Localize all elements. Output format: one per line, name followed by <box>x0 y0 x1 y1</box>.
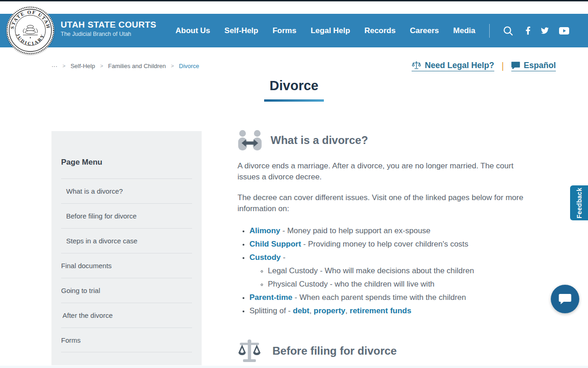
utility-links: Need Legal Help? | Español <box>412 61 556 71</box>
twitter-icon[interactable] <box>540 27 549 34</box>
sidebar-item-final-documents[interactable]: Final documents <box>61 253 192 278</box>
title-underline <box>264 99 324 102</box>
chat-launcher-button[interactable] <box>551 285 579 313</box>
breadcrumb-item[interactable]: Families and Children <box>108 63 166 69</box>
section-before-filing: Before filing for divorce <box>237 339 528 363</box>
list-text: Physical Custody - who the children will… <box>268 280 435 288</box>
page-menu-list: What is a divorce?Before filing for divo… <box>61 178 192 352</box>
nav-item-legal-help[interactable]: Legal Help <box>311 26 350 35</box>
utah-courts-page: About UsSelf-HelpFormsLegal HelpRecordsC… <box>0 0 588 368</box>
list-text: - <box>281 253 285 262</box>
list-item: Legal Custody - Who will make decisions … <box>268 264 528 277</box>
inline-link[interactable]: Parent-time <box>249 293 293 302</box>
sidebar-item-forms[interactable]: Forms <box>61 328 192 352</box>
bottom-strip <box>0 366 588 368</box>
sidebar-item-before-filing-for-divorce[interactable]: Before filing for divorce <box>61 203 192 228</box>
sidebar-item-going-to-trial[interactable]: Going to trial <box>61 278 192 303</box>
page-menu-sidebar: Page Menu What is a divorce?Before filin… <box>51 131 202 365</box>
scales-icon <box>237 339 261 363</box>
sidebar-item-after-the-divorce[interactable]: After the divorce <box>61 303 192 328</box>
espanol-link[interactable]: Español <box>511 61 556 71</box>
breadcrumb-item[interactable]: Self-Help <box>70 63 95 69</box>
section1-heading: What is a divorce? <box>271 134 368 147</box>
list-item: Custody -Legal Custody - Who will make d… <box>249 251 528 291</box>
feedback-label: Feedback <box>576 188 583 218</box>
nav-item-records[interactable]: Records <box>364 26 396 35</box>
paragraph: The decree can cover different issues. V… <box>237 192 528 214</box>
custody-sublist: Legal Custody - Who will make decisions … <box>249 264 528 291</box>
list-item: Parent-time - When each parent spends ti… <box>249 291 528 304</box>
speech-bubble-icon <box>511 62 520 69</box>
divorce-people-icon <box>237 130 262 151</box>
chat-bubble-icon <box>559 293 571 305</box>
list-item: Child Support - Providing money to help … <box>249 237 528 251</box>
breadcrumb-ellipsis[interactable]: ··· <box>51 63 57 69</box>
main-content: What is a divorce? A divorce ends a marr… <box>237 130 528 368</box>
nav-item-about-us[interactable]: About Us <box>175 26 210 35</box>
list-item: Splitting of - debt, property, retiremen… <box>249 304 528 317</box>
sidebar-item-what-is-a-divorce[interactable]: What is a divorce? <box>61 178 192 203</box>
section2-heading: Before filing for divorce <box>272 345 397 357</box>
need-legal-help-label: Need Legal Help? <box>425 61 494 70</box>
nav-item-media[interactable]: Media <box>453 26 475 35</box>
espanol-label: Español <box>524 61 556 70</box>
chevron-right-icon: > <box>100 63 103 69</box>
nav-item-self-help[interactable]: Self-Help <box>225 26 259 35</box>
inline-link[interactable]: debt <box>293 306 310 315</box>
inline-link[interactable]: Custody <box>249 253 281 262</box>
list-text: - Providing money to help cover children… <box>301 240 468 248</box>
section-what-is-divorce: What is a divorce? <box>237 130 528 151</box>
search-icon[interactable] <box>503 25 514 36</box>
page-menu-heading: Page Menu <box>61 158 192 167</box>
inline-link[interactable]: retirement funds <box>350 306 411 315</box>
utah-judiciary-seal[interactable]: STATE OF UTAH JUDICIARY <box>6 6 54 54</box>
nav-item-careers[interactable]: Careers <box>410 26 439 35</box>
brand-title: UTAH STATE COURTS <box>61 20 156 30</box>
breadcrumb-current[interactable]: Divorce <box>179 63 199 69</box>
need-legal-help-link[interactable]: Need Legal Help? <box>412 61 494 71</box>
chevron-right-icon: > <box>171 63 174 69</box>
list-text: - When each parent spends time with the … <box>293 293 466 302</box>
nav-divider <box>489 24 490 38</box>
inline-link[interactable]: Alimony <box>249 226 280 235</box>
youtube-icon[interactable] <box>559 27 569 34</box>
main-nav: About UsSelf-HelpFormsLegal HelpRecordsC… <box>175 26 475 35</box>
window-top-border <box>0 0 588 1</box>
inline-link[interactable]: property <box>314 306 345 315</box>
facebook-icon[interactable] <box>526 26 531 35</box>
list-text: Splitting of - <box>249 306 293 315</box>
divorce-topics-list: Alimony - Money paid to help support an … <box>237 224 528 317</box>
page-title: Divorce <box>0 78 588 93</box>
social-links <box>526 26 569 35</box>
brand-subtitle: The Judicial Branch of Utah <box>61 31 156 37</box>
feedback-tab[interactable]: Feedback <box>570 185 588 220</box>
brand-lockup[interactable]: UTAH STATE COURTS The Judicial Branch of… <box>61 20 156 37</box>
scales-small-icon <box>412 61 421 70</box>
breadcrumb: ···>Self-Help>Families and Children>Divo… <box>51 63 199 69</box>
paragraph: A divorce ends a marriage. After a divor… <box>237 161 528 183</box>
utility-divider: | <box>502 61 504 71</box>
list-text: - Money paid to help support an ex-spous… <box>280 226 430 235</box>
list-text: , <box>345 306 350 315</box>
inline-link[interactable]: Child Support <box>249 240 301 248</box>
list-item: Alimony - Money paid to help support an … <box>249 224 528 237</box>
list-item: Physical Custody - who the children will… <box>268 277 528 291</box>
list-text: , <box>309 306 313 315</box>
chevron-right-icon: > <box>62 63 65 69</box>
list-text: Legal Custody - Who will make decisions … <box>268 266 474 275</box>
nav-item-forms[interactable]: Forms <box>272 26 296 35</box>
sidebar-item-steps-in-a-divorce-case[interactable]: Steps in a divorce case <box>61 228 192 253</box>
